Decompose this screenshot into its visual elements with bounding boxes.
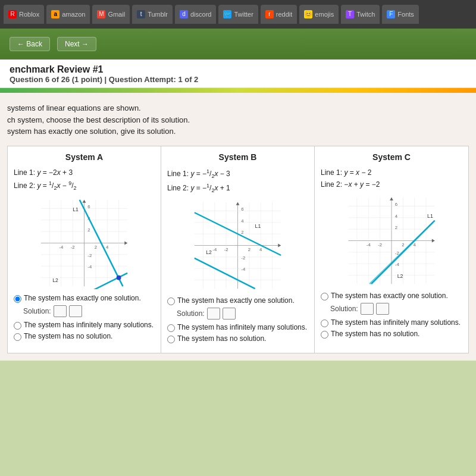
- system-c-radio-infinite[interactable]: [321, 320, 328, 327]
- nav-bar: ← Back Next →: [0, 29, 476, 60]
- svg-marker-46: [236, 202, 240, 205]
- system-b-option-no-solution[interactable]: The system has no solution.: [167, 334, 308, 343]
- system-c-column: System C Line 1: y = x − 2 Line 2: −x + …: [315, 146, 468, 353]
- system-b-solution-box-2[interactable]: [223, 308, 236, 320]
- svg-text:-4: -4: [87, 264, 92, 270]
- tab-emojis-label: emojis: [315, 11, 334, 18]
- system-c-solution-box-1[interactable]: [361, 303, 374, 315]
- tab-roblox[interactable]: R Roblox: [4, 5, 44, 24]
- system-a-line2: Line 2: y = 1/2x − 9/2: [14, 180, 155, 192]
- tab-reddit[interactable]: r reddit: [261, 5, 298, 24]
- tab-reddit-label: reddit: [276, 11, 293, 18]
- tab-fonts-label: Fonts: [397, 11, 414, 18]
- tab-twitter[interactable]: 🐦 Twitter: [218, 5, 258, 24]
- system-a-option-no-solution[interactable]: The system has no solution.: [14, 332, 155, 341]
- svg-text:L2: L2: [206, 250, 212, 256]
- system-b-radio-one[interactable]: [167, 298, 175, 305]
- graph-a-svg: 2 4 -2 -4 2 4 6 -2 -4: [14, 197, 155, 289]
- fonts-favicon: F: [387, 10, 395, 18]
- tab-amazon-label: amazon: [62, 11, 85, 18]
- system-b-option-infinitely[interactable]: The system has infinitely many solutions…: [167, 323, 308, 332]
- system-b-radio-infinite[interactable]: [167, 324, 175, 332]
- system-b-radio-none[interactable]: [167, 336, 175, 343]
- system-b-no-solution-label: The system has no solution.: [177, 334, 266, 343]
- page-header: enchmark Review #1 Question 6 of 26 (1 p…: [0, 60, 476, 88]
- system-c-radio-one[interactable]: [321, 293, 328, 300]
- svg-text:-2: -2: [224, 248, 228, 253]
- twitter-favicon: 🐦: [223, 10, 231, 18]
- system-b-solution-row: Solution:: [177, 308, 308, 320]
- system-b-solution-box-1[interactable]: [207, 308, 220, 320]
- main-content: systems of linear equations are shown. c…: [0, 93, 476, 361]
- color-strip: [0, 88, 476, 93]
- system-c-line2: Line 2: −x + y = −2: [321, 180, 462, 190]
- system-b-solution-text: Solution:: [177, 309, 205, 318]
- svg-text:-2: -2: [87, 253, 92, 258]
- tab-gmail-label: Gmail: [108, 11, 125, 18]
- system-c-option-no-solution[interactable]: The system has no solution.: [321, 330, 462, 339]
- nav-forward-button[interactable]: Next →: [57, 37, 96, 51]
- system-b-options: The system has exactly one solution. Sol…: [167, 296, 308, 343]
- svg-marker-74: [432, 239, 435, 243]
- roblox-favicon: R: [8, 10, 17, 18]
- system-a-option-infinitely[interactable]: The system has infinitely many solutions…: [14, 321, 155, 330]
- reddit-favicon: r: [265, 10, 274, 18]
- tab-tumblr[interactable]: t Tumblr: [132, 5, 173, 24]
- nav-back-button[interactable]: ← Back: [10, 37, 50, 51]
- system-a-radio-infinite[interactable]: [14, 322, 21, 330]
- system-b-title: System B: [167, 152, 308, 162]
- tumblr-favicon: t: [137, 10, 145, 18]
- system-c-solution-row: Solution:: [330, 303, 462, 315]
- tab-twitter-label: Twitter: [234, 11, 253, 18]
- svg-text:6: 6: [87, 205, 90, 210]
- tab-twitch[interactable]: T Twitch: [341, 5, 380, 24]
- tab-twitch-label: Twitch: [356, 11, 375, 18]
- system-a-radio-none[interactable]: [14, 333, 21, 341]
- discord-favicon: d: [180, 10, 188, 18]
- svg-text:-4: -4: [59, 245, 64, 250]
- tab-discord[interactable]: d discord: [175, 5, 216, 24]
- svg-text:L2: L2: [397, 274, 403, 280]
- exam-title: enchmark Review #1: [10, 64, 466, 75]
- system-b-option-one-solution[interactable]: The system has exactly one solution.: [167, 296, 308, 305]
- svg-text:-4: -4: [212, 248, 217, 253]
- system-a-solution-row: Solution:: [23, 305, 155, 317]
- svg-marker-15: [83, 200, 86, 203]
- tab-fonts[interactable]: F Fonts: [382, 5, 419, 24]
- system-a-no-solution-label: The system has no solution.: [24, 332, 112, 340]
- svg-text:L1: L1: [255, 224, 261, 230]
- tab-emojis[interactable]: 😊 emojis: [299, 5, 339, 24]
- system-c-option-one-solution[interactable]: The system has exactly one solution.: [321, 292, 462, 300]
- browser-tabs: R Roblox a amazon M Gmail t Tumblr d dis…: [0, 0, 476, 29]
- system-a-option-one-solution[interactable]: The system has exactly one solution.: [14, 294, 155, 303]
- system-a-options: The system has exactly one solution. Sol…: [14, 294, 155, 341]
- system-a-solution-box-2[interactable]: [69, 305, 82, 317]
- svg-text:2: 2: [395, 225, 397, 230]
- system-c-radio-none[interactable]: [321, 331, 328, 339]
- instructions: systems of linear equations are shown. c…: [7, 102, 469, 137]
- tab-roblox-label: Roblox: [19, 11, 39, 18]
- system-a-solution-text: Solution:: [23, 307, 51, 315]
- tab-discord-label: discord: [190, 11, 211, 18]
- svg-text:-2: -2: [241, 255, 245, 261]
- svg-text:-4: -4: [241, 267, 246, 273]
- graph-b: 2 4 -2 -4 2 4 6 -2 -4 L2 L1: [167, 199, 308, 292]
- svg-text:L1: L1: [73, 207, 79, 213]
- svg-marker-14: [124, 242, 127, 245]
- system-a-infinitely-label: The system has infinitely many solutions…: [24, 321, 154, 329]
- tab-gmail[interactable]: M Gmail: [92, 5, 130, 24]
- svg-text:4: 4: [395, 214, 398, 219]
- system-a-one-solution-label: The system has exactly one solution.: [24, 294, 141, 302]
- system-c-option-infinitely[interactable]: The system has infinitely many solutions…: [321, 318, 462, 327]
- system-c-solution-box-2[interactable]: [376, 303, 389, 315]
- graph-b-svg: 2 4 -2 -4 2 4 6 -2 -4 L2 L1: [167, 199, 308, 292]
- emojis-favicon: 😊: [304, 10, 312, 18]
- svg-marker-75: [390, 198, 393, 201]
- tab-amazon[interactable]: a amazon: [46, 5, 90, 24]
- svg-text:4: 4: [414, 242, 416, 248]
- instruction-line2: ch system, choose the best description o…: [7, 115, 190, 124]
- system-a-solution-box-1[interactable]: [54, 305, 67, 317]
- svg-text:2: 2: [241, 230, 243, 236]
- system-a-radio-one[interactable]: [14, 295, 21, 303]
- twitch-favicon: T: [346, 10, 354, 18]
